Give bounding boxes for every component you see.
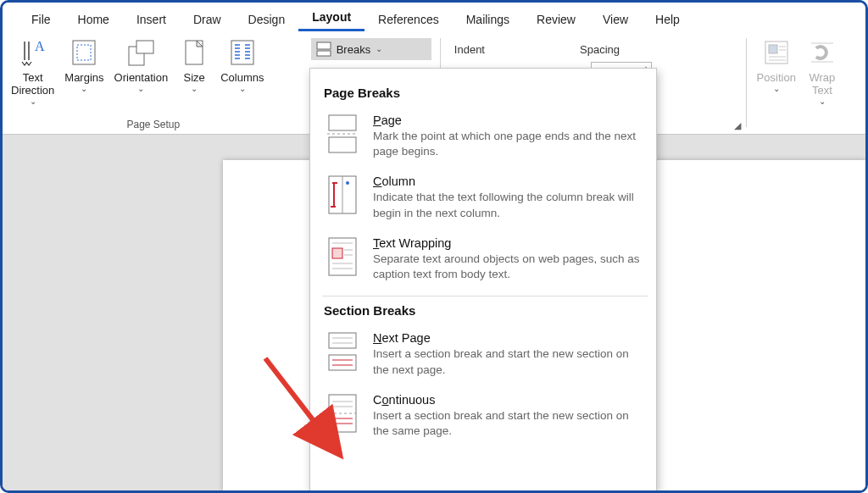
continuous-break-icon [324, 393, 361, 435]
indent-header: Indent [451, 35, 559, 59]
tab-references[interactable]: References [364, 7, 453, 31]
svg-rect-39 [329, 333, 356, 348]
chevron-down-icon: ⌄ [137, 85, 144, 93]
position-icon [760, 36, 793, 69]
breaks-icon [316, 42, 331, 57]
menu-item-next-page-break[interactable]: Next Page Insert a section break and sta… [322, 326, 648, 387]
breaks-label: Breaks [337, 43, 370, 56]
menu-title: Continuous [373, 393, 646, 407]
chevron-down-icon: ⌄ [30, 97, 36, 106]
breaks-section-section: Section Breaks [324, 303, 648, 318]
orientation-icon [125, 36, 157, 69]
svg-rect-17 [317, 42, 331, 49]
orientation-label: Orientation [114, 72, 169, 85]
menu-desc: Insert a section break and start the new… [373, 346, 646, 377]
chevron-down-icon: ⌄ [376, 45, 382, 53]
tab-view[interactable]: View [589, 7, 642, 31]
column-break-icon [324, 174, 361, 217]
wrap-text-label: Wrap Text [809, 72, 835, 97]
group-label-page-setup: Page Setup [6, 119, 301, 132]
menu-item-column-break[interactable]: Column Indicate that the text following … [322, 169, 648, 230]
text-direction-icon: A [17, 36, 49, 69]
orientation-button[interactable]: Orientation ⌄ [109, 35, 174, 93]
text-wrapping-break-icon [324, 236, 361, 279]
columns-label: Columns [220, 72, 264, 85]
tab-home[interactable]: Home [64, 7, 123, 31]
menu-title: Next Page [373, 331, 646, 345]
position-label: Position [757, 72, 796, 85]
margins-icon [68, 36, 100, 69]
next-page-break-icon [324, 331, 361, 374]
size-button[interactable]: Size ⌄ [173, 35, 215, 93]
svg-rect-2 [77, 45, 91, 60]
margins-button[interactable]: Margins ⌄ [59, 35, 108, 93]
menu-title: Column [373, 174, 646, 188]
breaks-dropdown: Page Breaks Page Mark the point at which… [309, 68, 657, 491]
wrap-text-icon [806, 36, 838, 69]
svg-rect-45 [329, 395, 356, 432]
breaks-section-page: Page Breaks [324, 86, 648, 100]
columns-button[interactable]: Columns ⌄ [215, 35, 269, 93]
chevron-down-icon: ⌄ [239, 85, 246, 93]
tab-draw[interactable]: Draw [180, 7, 235, 31]
chevron-down-icon: ⌄ [819, 97, 826, 106]
tab-help[interactable]: Help [642, 7, 693, 31]
dialog-launcher-icon[interactable]: ◢ [734, 120, 746, 132]
page-break-icon [324, 114, 361, 156]
menu-desc: Indicate that the text following the col… [373, 190, 646, 220]
tab-mailings[interactable]: Mailings [453, 7, 523, 31]
text-direction-button[interactable]: A Text Direction ⌄ [6, 35, 59, 106]
menu-desc: Separate text around objects on web page… [373, 252, 646, 282]
svg-point-31 [346, 181, 349, 185]
chevron-down-icon: ⌄ [191, 85, 198, 93]
ribbon-tabs: File Home Insert Draw Design Layout Refe… [3, 3, 865, 31]
menu-desc: Mark the point at which one page ends an… [373, 129, 646, 159]
menu-item-text-wrapping-break[interactable]: Text Wrapping Separate text around objec… [322, 231, 648, 292]
position-button[interactable]: Position ⌄ [752, 35, 801, 93]
wrap-text-button[interactable]: Wrap Text ⌄ [801, 35, 843, 106]
tab-design[interactable]: Design [235, 7, 299, 31]
svg-rect-27 [329, 115, 356, 130]
svg-rect-1 [73, 41, 95, 64]
spacing-header: Spacing [576, 35, 736, 59]
svg-text:A: A [35, 39, 45, 53]
tab-review[interactable]: Review [523, 7, 589, 31]
columns-icon [226, 36, 259, 69]
menu-title: Text Wrapping [373, 236, 646, 250]
svg-rect-18 [317, 51, 331, 56]
menu-item-continuous-break[interactable]: Continuous Insert a section break and st… [322, 388, 648, 449]
breaks-button[interactable]: Breaks ⌄ [311, 38, 431, 60]
menu-title: Page [373, 114, 646, 127]
size-label: Size [183, 72, 204, 85]
text-direction-label: Text Direction [11, 72, 54, 97]
svg-rect-20 [769, 45, 777, 53]
menu-item-page-break[interactable]: Page Mark the point at which one page en… [322, 108, 648, 169]
group-page-setup: A Text Direction ⌄ Margins ⌄ Or [3, 31, 304, 134]
svg-rect-28 [329, 137, 356, 152]
tab-insert[interactable]: Insert [123, 7, 180, 31]
chevron-down-icon: ⌄ [773, 85, 780, 93]
tab-layout[interactable]: Layout [298, 4, 364, 31]
svg-rect-4 [136, 41, 153, 53]
chevron-down-icon: ⌄ [81, 85, 87, 93]
margins-label: Margins [64, 72, 103, 85]
tab-file[interactable]: File [18, 7, 64, 31]
group-arrange: Position ⌄ Wrap Text ⌄ [748, 31, 865, 134]
svg-rect-33 [332, 248, 342, 258]
size-icon [178, 36, 210, 69]
svg-rect-6 [231, 41, 253, 64]
svg-rect-40 [329, 355, 356, 370]
menu-desc: Insert a section break and start the new… [373, 408, 646, 439]
